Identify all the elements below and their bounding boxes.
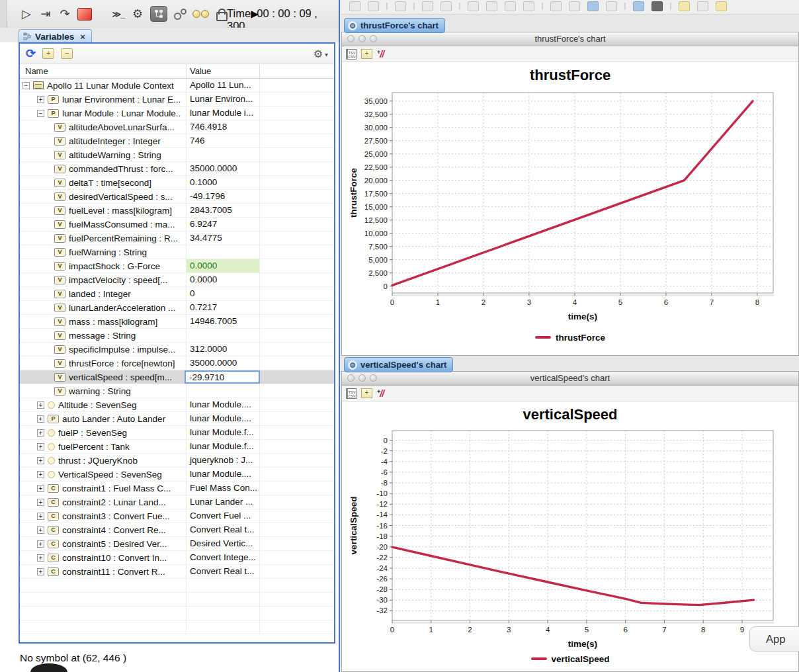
table-row[interactable]: Vmass : mass[kilogram]14946.7005 <box>20 315 334 329</box>
table-row[interactable]: Vmessage : String <box>20 329 334 343</box>
table-row[interactable]: +Cconstraint4 : Convert Re...Convert Rea… <box>20 523 334 537</box>
expand-toggle-icon[interactable]: + <box>37 429 44 437</box>
column-header-name[interactable]: Name <box>25 66 48 76</box>
table-row[interactable]: Vwarning : String <box>20 384 334 398</box>
collapse-toggle-icon[interactable]: − <box>22 82 30 89</box>
expand-toggle-icon[interactable]: + <box>37 485 44 492</box>
table-row[interactable]: VimpactShock : G-Force0.0000 <box>20 259 334 273</box>
zoom-window-button[interactable] <box>370 374 377 382</box>
table-row[interactable]: +Cconstraint10 : Convert In...Convert In… <box>20 551 334 565</box>
expand-toggle-icon[interactable]: + <box>37 513 44 520</box>
expand-toggle-icon[interactable]: + <box>37 443 44 450</box>
table-row[interactable]: +fuelPercent : Tanklunar Module.f... <box>20 440 334 454</box>
verticalspeed-plot[interactable]: 01234567890-2-4-6-8-10-12-14-16-18-20-22… <box>342 425 798 650</box>
add-record-icon[interactable]: + <box>361 49 372 59</box>
table-row[interactable]: +VerticalSpeed : SevenSeglunar Module...… <box>20 468 334 482</box>
line-style-icon[interactable]: +// <box>377 49 384 60</box>
expand-toggle-icon[interactable]: + <box>37 526 44 534</box>
window-titlebar[interactable]: verticalSpeed's chart <box>342 372 798 386</box>
flag-icon[interactable] <box>652 1 663 11</box>
variables-view-icon[interactable] <box>150 6 167 22</box>
tab-thrustforce-chart[interactable]: ⚙ thrustForce's chart <box>344 18 445 33</box>
tool4-icon[interactable] <box>523 1 534 11</box>
table-row[interactable]: VthrustForce : force[newton]35000.0000 <box>20 357 334 370</box>
close-window-button[interactable] <box>347 374 355 382</box>
watch-points-icon[interactable] <box>173 6 187 22</box>
panel-icon[interactable] <box>587 1 599 11</box>
minimize-window-button[interactable] <box>358 35 366 42</box>
step-into-icon[interactable]: ⇥ <box>39 6 52 22</box>
window-titlebar[interactable]: thrustForce's chart <box>342 32 798 46</box>
gear2-icon[interactable] <box>716 1 727 11</box>
tool3-icon[interactable] <box>505 1 516 11</box>
table-row[interactable]: +Cconstraint1 : Fuel Mass C...Fuel Mass … <box>20 482 334 495</box>
frame-icon[interactable] <box>569 1 580 11</box>
table-row[interactable]: VfuelPercentRemaining : R...34.4775 <box>20 231 334 245</box>
expand-toggle-icon[interactable]: + <box>37 471 44 478</box>
step-over-icon[interactable]: ↷ <box>58 6 71 22</box>
table-row[interactable]: −Apollo 11 Lunar Module ContextApollo 11… <box>20 79 334 93</box>
expand-toggle-icon[interactable]: + <box>37 554 44 562</box>
export-csv-icon[interactable]: TSVCSV <box>346 388 357 399</box>
table-row[interactable]: ValtitudeAboveLunarSurfa...746.4918 <box>20 120 334 134</box>
table-row[interactable]: ValtitudeInteger : Integer746 <box>20 134 334 148</box>
close-window-button[interactable] <box>347 35 355 42</box>
dropdown2-icon[interactable] <box>368 1 379 11</box>
folder-icon[interactable] <box>679 1 690 11</box>
tab-variables[interactable]: Variables × <box>19 29 92 43</box>
expand-toggle-icon[interactable]: + <box>37 457 44 464</box>
table-row[interactable]: +Cconstraint11 : Convert R...Convert Rea… <box>20 565 334 579</box>
export-csv-icon[interactable]: TSVCSV <box>346 49 357 60</box>
table-row[interactable]: VfuelMassConsumed : ma...6.9247 <box>20 218 334 231</box>
table-row[interactable]: +thrust : JQueryKnobjqueryknob : J... <box>20 454 334 468</box>
table-row[interactable]: VfuelLevel : mass[kilogram]2843.7005 <box>20 204 334 218</box>
column-divider[interactable] <box>259 64 260 78</box>
table-row[interactable]: VlunarLanderAcceleration ...0.7217 <box>20 301 334 315</box>
console-icon[interactable]: ≫_ <box>112 6 125 22</box>
layers-icon[interactable] <box>633 1 644 11</box>
refresh-icon[interactable]: ⟳ <box>26 48 36 60</box>
table-row[interactable]: VdeltaT : time[second]0.1000 <box>20 176 334 190</box>
line-style-icon[interactable]: +// <box>377 388 384 399</box>
table-row[interactable]: VverticalSpeed : speed[m...-29.9710 <box>20 370 334 384</box>
expand-toggle-icon[interactable]: + <box>37 499 44 506</box>
table-row[interactable]: +Pauto Lander : Auto Landerlunar Module.… <box>20 412 334 426</box>
table-row[interactable]: VdesiredVerticalSpeed : s...-49.1796 <box>20 190 334 204</box>
expand-toggle-icon[interactable]: + <box>37 415 44 423</box>
expand-toggle-icon[interactable]: + <box>37 540 44 548</box>
anchor-icon[interactable] <box>550 1 562 11</box>
apply-button[interactable]: App <box>749 626 799 651</box>
panel-options-button[interactable]: ⚙ ▾ <box>314 48 328 60</box>
table-row[interactable]: VimpactVelocity : speed[...0.0000 <box>20 273 334 287</box>
add-record-icon[interactable]: + <box>361 388 372 398</box>
breakpoints-icon[interactable] <box>192 6 209 22</box>
thrustforce-plot[interactable]: 01234567802,5005,0007,50010,00012,50015,… <box>342 86 798 329</box>
table-row[interactable]: +Plunar Environment : Lunar E...Lunar En… <box>20 93 334 106</box>
table-row[interactable]: VspecificImpulse : impulse...312.0000 <box>20 343 334 357</box>
close-icon[interactable]: × <box>80 32 85 42</box>
expand-toggle-icon[interactable]: + <box>37 568 44 575</box>
expand-toggle-icon[interactable]: + <box>37 401 44 409</box>
dropdown-icon[interactable] <box>349 1 360 11</box>
expand-toggle-icon[interactable]: + <box>37 96 44 103</box>
table-row[interactable]: VcommandedThrust : forc...35000.0000 <box>20 162 334 176</box>
binoculars-icon[interactable] <box>422 1 433 11</box>
table-row[interactable]: −Plunar Module : Lunar Module..lunar Mod… <box>20 106 334 120</box>
table-row[interactable]: Vlanded : Integer0 <box>20 287 334 301</box>
value-edit-field[interactable]: -29.9710 <box>185 370 260 384</box>
resume-icon[interactable]: ▷ <box>20 6 33 22</box>
table-row[interactable]: +Cconstraint5 : Desired Ver...Desired Ve… <box>20 537 334 551</box>
collapse-toggle-icon[interactable]: − <box>37 110 44 117</box>
column-header-value[interactable]: Value <box>190 66 211 76</box>
settings-gear-icon[interactable]: ⚙ <box>131 6 144 22</box>
table-row[interactable]: +Cconstraint2 : Lunar Land...Lunar Lande… <box>20 495 334 509</box>
copy-icon[interactable] <box>697 1 708 11</box>
minimize-window-button[interactable] <box>358 374 366 382</box>
lock-icon[interactable] <box>215 6 228 22</box>
collapse-all-icon[interactable]: − <box>61 48 73 59</box>
table-row[interactable]: +Cconstraint3 : Convert Fue...Convert Fu… <box>20 509 334 523</box>
table-row[interactable]: ValtitudeWarning : String <box>20 148 334 162</box>
binoculars2-icon[interactable] <box>441 1 452 11</box>
table-row[interactable]: VfuelWarning : String <box>20 245 334 259</box>
dash-icon[interactable] <box>606 1 617 11</box>
